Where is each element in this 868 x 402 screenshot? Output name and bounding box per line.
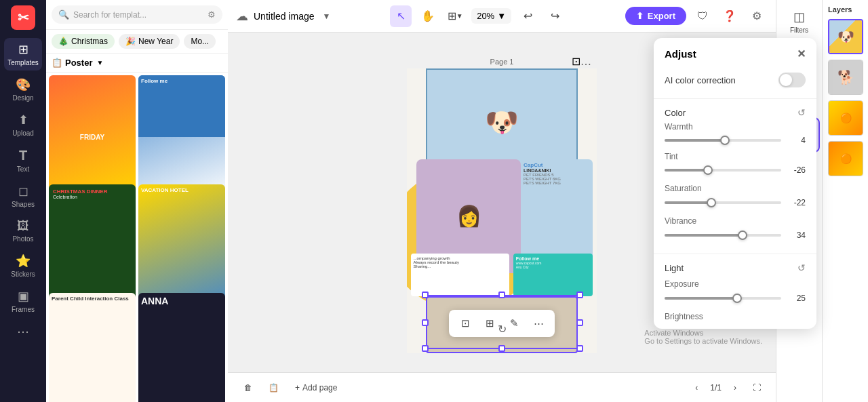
template-thumb-3[interactable]: CHRISTMAS DINNER Celebration [49, 184, 136, 308]
template-thumb-6[interactable]: ANNA [138, 293, 225, 402]
ai-color-label: AI color correction [665, 75, 736, 85]
app-logo[interactable]: ✂ [11, 5, 35, 30]
brightness-row: Brightness [665, 308, 806, 323]
layer-thumb-2[interactable]: 🐕 [828, 60, 863, 95]
template-grid: FRIDAY Follow me CHRISTMAS DINNER Celebr… [46, 73, 228, 402]
sidebar-item-label: Text [17, 165, 29, 173]
more-tool-btn[interactable]: ⋯ [528, 313, 549, 334]
exposure-slider[interactable] [665, 297, 781, 300]
pan-tool[interactable]: ✋ [417, 5, 439, 27]
tint-value: -26 [787, 165, 806, 175]
redo-icon: ↪ [551, 9, 559, 22]
light-reset-button[interactable]: ↺ [797, 262, 806, 273]
handle-bc[interactable] [498, 345, 505, 352]
poster-header[interactable]: 📋 Poster ▼ [46, 54, 228, 73]
text-box[interactable]: ...ompanying growthAlways record the bea… [411, 254, 510, 296]
vibrance-slider[interactable] [665, 234, 781, 237]
sidebar-item-label: Stickers [11, 270, 35, 278]
tag-newyear[interactable]: 🎉 New Year [119, 34, 180, 49]
tint-thumb[interactable] [703, 165, 713, 175]
info-box[interactable]: CapCut LINDA&NIKI PET FRIENDS 5PETS WEIG… [521, 159, 593, 259]
crop-tool-btn[interactable]: ⊡ [454, 313, 476, 334]
adjust-close-button[interactable]: ✕ [797, 47, 806, 60]
sidebar-item-text[interactable]: T Text [4, 144, 42, 177]
tint-slider[interactable] [665, 169, 781, 172]
warmth-slider[interactable] [665, 139, 781, 142]
handle-ml[interactable] [422, 319, 429, 326]
exposure-slider-row: 25 [665, 291, 806, 308]
sidebar-item-more[interactable]: ⋯ [4, 320, 42, 343]
settings-icon[interactable]: ⚙ [746, 5, 768, 27]
sidebar-item-upload[interactable]: ⬆ Upload [4, 108, 42, 141]
tag-christmas-label: Christmas [71, 37, 108, 46]
handle-br[interactable] [576, 345, 583, 352]
undo-button[interactable]: ↩ [517, 5, 538, 27]
sidebar-item-label: Upload [12, 129, 34, 137]
page-expand[interactable]: ⊡ [572, 55, 580, 68]
template-thumb-5[interactable]: Parent Child Interaction Class [49, 293, 136, 402]
exposure-value: 25 [787, 294, 806, 303]
vibrance-thumb[interactable] [738, 230, 747, 240]
doc-title[interactable]: Untitled image [254, 11, 315, 22]
copy-button[interactable]: 📋 [263, 380, 284, 395]
layer-thumb-3[interactable]: 🟠 [828, 100, 863, 136]
shield-icon[interactable]: 🛡 [692, 5, 713, 27]
rotate-handle[interactable]: ↻ [498, 323, 507, 336]
search-bar[interactable]: 🔍 Search for templat... ⚙ [52, 5, 222, 24]
sidebar-item-label: Templates [7, 59, 39, 66]
next-page-btn[interactable]: › [727, 380, 743, 396]
handle-bl[interactable] [422, 345, 429, 352]
filters-tool[interactable]: ◫ Filters [779, 5, 820, 38]
title-chevron[interactable]: ▼ [323, 12, 331, 21]
bottom-left-actions: 🗑 📋 + Add page [239, 380, 342, 395]
layers-panel: Layers 🐶 🐕 🟠 🟠 [822, 0, 868, 402]
filter-icon[interactable]: ⚙ [208, 9, 216, 20]
grid-tool[interactable]: ⊞ ▼ [444, 5, 466, 27]
page-navigation: ‹ 1/1 › ⛶ [688, 380, 765, 396]
saturation-value: -22 [787, 198, 806, 207]
prev-page-btn[interactable]: ‹ [688, 380, 705, 396]
edit-tool-btn[interactable]: ✎ [503, 313, 525, 334]
sidebar-item-templates[interactable]: ⊞ Templates [4, 38, 42, 71]
divider-1 [654, 98, 816, 99]
template-thumb-4[interactable]: VACATION HOTEL [138, 184, 225, 308]
export-button[interactable]: ⬆ Export [625, 7, 686, 25]
select-tool[interactable]: ↖ [390, 5, 412, 27]
template-thumb-1[interactable]: FRIDAY [49, 75, 136, 199]
exposure-thumb[interactable] [732, 294, 742, 303]
delete-button[interactable]: 🗑 [239, 380, 258, 395]
template-thumb-2[interactable]: Follow me [138, 75, 225, 199]
help-icon[interactable]: ❓ [719, 5, 741, 27]
add-page-button[interactable]: + Add page [290, 380, 342, 395]
sidebar-item-shapes[interactable]: ◻ Shapes [4, 180, 42, 212]
light-section-label: Light [665, 263, 684, 273]
follow-me-box[interactable]: Follow me www.capcut.comAny City [513, 254, 593, 296]
sidebar-item-design[interactable]: 🎨 Design [4, 73, 42, 106]
handle-mr[interactable] [576, 319, 583, 326]
handle-tl[interactable] [422, 292, 429, 298]
handle-tr[interactable] [576, 292, 583, 298]
export-icon: ⬆ [636, 11, 644, 21]
tag-more-label: Mo... [191, 37, 209, 46]
handle-tc[interactable] [498, 292, 505, 298]
color-reset-button[interactable]: ↺ [797, 107, 806, 118]
sidebar-item-stickers[interactable]: ⭐ Stickers [4, 249, 42, 282]
fullscreen-btn[interactable]: ⛶ [749, 380, 765, 396]
redo-button[interactable]: ↪ [544, 5, 566, 27]
sidebar-item-frames[interactable]: ▣ Frames [4, 285, 42, 317]
ai-color-toggle[interactable] [778, 73, 806, 87]
tag-more[interactable]: Mo... [184, 34, 216, 49]
warmth-label: Warmth [665, 122, 693, 132]
light-header-row: Light ↺ [665, 257, 806, 276]
layer-thumb-1[interactable]: 🐶 [828, 19, 863, 54]
tint-row: Tint -26 [665, 150, 806, 180]
saturation-thumb[interactable] [707, 198, 716, 207]
sidebar-item-photos[interactable]: 🖼 Photos [4, 215, 42, 247]
warmth-thumb[interactable] [720, 136, 730, 145]
frames-icon: ▣ [18, 289, 29, 304]
zoom-control[interactable]: 20% ▼ [471, 8, 511, 24]
layer-thumb-4[interactable]: 🟠 [828, 141, 863, 176]
newyear-emoji: 🎉 [125, 37, 136, 46]
tag-christmas[interactable]: 🎄 Christmas [52, 34, 115, 49]
saturation-slider[interactable] [665, 201, 781, 204]
